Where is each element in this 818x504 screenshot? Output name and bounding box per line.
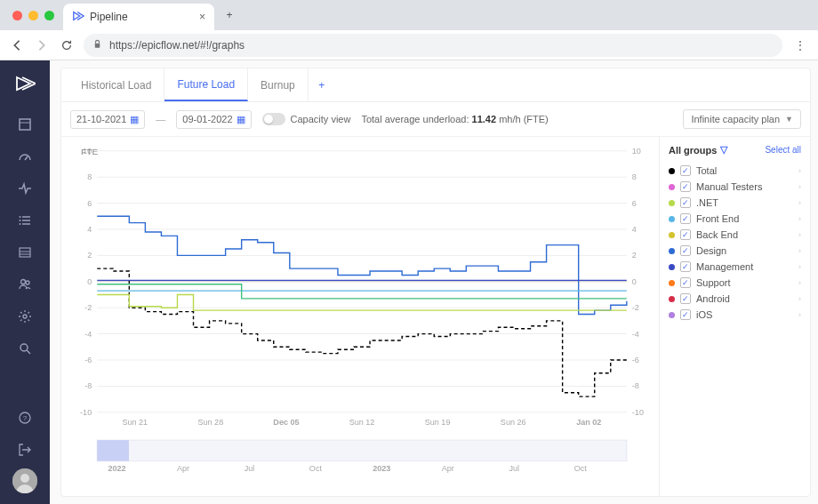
group-label: Manual Testers — [696, 181, 762, 192]
group-row--net[interactable]: .NET› — [669, 195, 801, 211]
svg-text:-4: -4 — [84, 330, 92, 339]
calendar-icon: ▦ — [130, 114, 139, 125]
svg-point-15 — [23, 315, 27, 318]
chevron-right-icon: › — [798, 230, 801, 239]
group-checkbox[interactable] — [680, 213, 691, 224]
svg-text:4: 4 — [632, 225, 637, 234]
group-row-support[interactable]: Support› — [669, 275, 801, 291]
svg-line-17 — [27, 350, 30, 354]
svg-rect-65 — [97, 440, 129, 461]
sidebar-item-speedometer[interactable] — [12, 143, 38, 170]
sidebar-item-search[interactable] — [12, 335, 38, 362]
group-row-android[interactable]: Android› — [669, 291, 801, 307]
svg-text:FTE: FTE — [81, 147, 98, 156]
chevron-right-icon: › — [798, 294, 801, 303]
select-all-link[interactable]: Select all — [765, 145, 801, 155]
back-button[interactable] — [9, 39, 25, 52]
browser-tab[interactable]: Pipeline × — [63, 4, 214, 30]
user-avatar[interactable] — [12, 468, 37, 493]
group-label: Management — [696, 261, 753, 272]
app-sidebar: ? — [0, 60, 50, 504]
chart-area[interactable]: -10-10-8-8-6-6-4-4-2-200224466881010FTES… — [61, 137, 659, 496]
svg-point-7 — [20, 216, 21, 218]
date-to-input[interactable]: 09-01-2022 ▦ — [176, 110, 251, 129]
minimize-window[interactable] — [28, 11, 38, 20]
group-checkbox[interactable] — [680, 165, 691, 176]
svg-text:Sun 28: Sun 28 — [198, 418, 224, 427]
new-tab-button[interactable]: + — [218, 4, 241, 27]
group-checkbox[interactable] — [680, 229, 691, 240]
sidebar-item-dashboard[interactable] — [12, 111, 38, 138]
chevron-right-icon: › — [798, 310, 801, 319]
sidebar-item-help[interactable]: ? — [12, 404, 38, 431]
group-checkbox[interactable] — [680, 277, 691, 288]
group-row-total[interactable]: Total› — [669, 163, 801, 179]
add-tab-button[interactable]: + — [309, 79, 335, 92]
url-text: https://epicflow.net/#!/graphs — [109, 39, 245, 52]
group-row-design[interactable]: Design› — [669, 243, 801, 259]
group-row-management[interactable]: Management› — [669, 259, 801, 275]
sidebar-item-activity[interactable] — [12, 175, 38, 202]
close-window[interactable] — [12, 11, 22, 20]
group-row-front-end[interactable]: Front End› — [669, 211, 801, 227]
svg-text:-4: -4 — [632, 330, 639, 339]
group-label: Front End — [696, 213, 739, 224]
sidebar-item-logout[interactable] — [12, 436, 38, 463]
group-color-dot — [669, 264, 675, 270]
group-color-dot — [669, 296, 675, 302]
chevron-right-icon: › — [798, 182, 801, 191]
window-controls[interactable] — [7, 11, 60, 20]
group-checkbox[interactable] — [680, 197, 691, 208]
sidebar-item-table[interactable] — [12, 239, 38, 266]
svg-text:-8: -8 — [632, 381, 639, 390]
svg-point-21 — [20, 474, 29, 483]
group-row-manual-testers[interactable]: Manual Testers› — [669, 179, 801, 195]
svg-text:Sun 19: Sun 19 — [425, 418, 451, 427]
group-row-ios[interactable]: iOS› — [669, 307, 801, 323]
group-checkbox[interactable] — [680, 309, 691, 320]
svg-text:2023: 2023 — [373, 465, 390, 474]
app-logo[interactable] — [14, 73, 36, 97]
svg-rect-1 — [20, 119, 30, 130]
forward-button[interactable] — [34, 39, 50, 52]
date-from-input[interactable]: 21-10-2021 ▦ — [70, 110, 145, 129]
svg-rect-10 — [20, 248, 30, 257]
group-label: Total — [696, 165, 717, 176]
maximize-window[interactable] — [44, 11, 54, 20]
svg-text:Apr: Apr — [177, 465, 189, 474]
group-color-dot — [669, 200, 675, 206]
group-row-back-end[interactable]: Back End› — [669, 227, 801, 243]
groups-panel: All groups ▽ Select all Total›Manual Tes… — [659, 137, 810, 496]
capacity-view-toggle[interactable] — [262, 113, 285, 125]
tab-future-load[interactable]: Future Load — [164, 68, 248, 101]
svg-point-8 — [20, 220, 21, 221]
filter-icon[interactable]: ▽ — [720, 144, 727, 156]
date-to-value: 09-01-2022 — [182, 114, 232, 124]
tab-close-icon[interactable]: × — [199, 11, 205, 23]
browser-menu-icon[interactable]: ⋮ — [791, 39, 809, 52]
chevron-right-icon: › — [798, 262, 801, 271]
address-bar[interactable]: https://epicflow.net/#!/graphs — [84, 34, 782, 57]
svg-rect-64 — [97, 440, 627, 461]
reload-button[interactable] — [59, 39, 75, 52]
svg-text:8: 8 — [87, 172, 92, 181]
tab-burnup[interactable]: Burnup — [248, 68, 309, 101]
sidebar-item-users[interactable] — [12, 271, 38, 298]
chevron-right-icon: › — [798, 198, 801, 207]
tab-historical-load[interactable]: Historical Load — [68, 68, 164, 101]
sidebar-item-list[interactable] — [12, 207, 38, 234]
capacity-plan-select[interactable]: Infinite capacity plan ▼ — [683, 109, 801, 129]
chevron-right-icon: › — [798, 166, 801, 175]
group-checkbox[interactable] — [680, 261, 691, 272]
group-checkbox[interactable] — [680, 245, 691, 256]
group-color-dot — [669, 312, 675, 318]
svg-point-14 — [26, 281, 29, 284]
svg-text:8: 8 — [632, 172, 637, 181]
group-checkbox[interactable] — [680, 293, 691, 304]
calendar-icon: ▦ — [237, 114, 245, 125]
date-range-dash: — — [156, 114, 165, 124]
group-label: .NET — [696, 197, 718, 208]
group-checkbox[interactable] — [680, 181, 691, 192]
sidebar-item-settings[interactable] — [12, 303, 38, 330]
capacity-view-label: Capacity view — [291, 114, 351, 124]
